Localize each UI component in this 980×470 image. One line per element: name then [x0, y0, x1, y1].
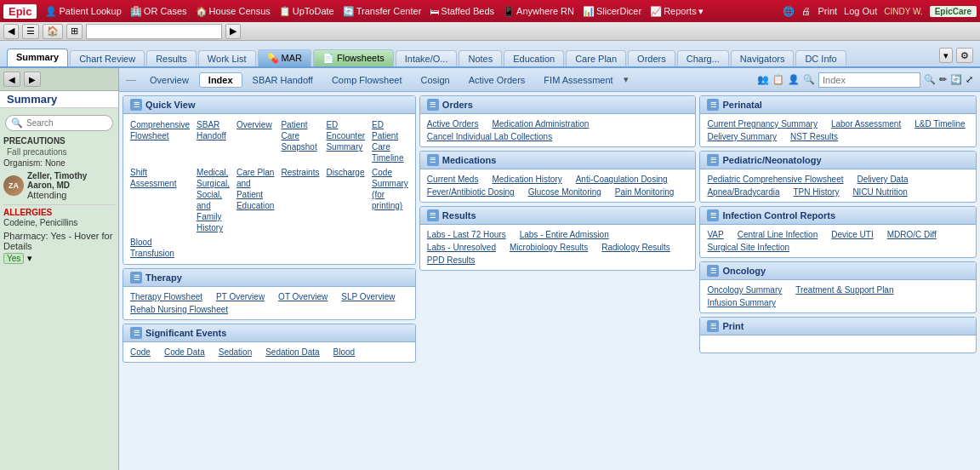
ped-link-apnea[interactable]: Apnea/Bradycardia — [707, 187, 779, 197]
se-link-code[interactable]: Code — [130, 347, 151, 357]
med-link-anticoag[interactable]: Anti-Coagulation Dosing — [576, 175, 668, 184]
res-link-radiology[interactable]: Radiology Results — [601, 243, 670, 252]
logout-label[interactable]: Log Out — [844, 6, 877, 16]
ped-link-delivery-data[interactable]: Delivery Data — [858, 175, 909, 184]
subtab-active-orders[interactable]: Active Orders — [460, 73, 534, 87]
se-link-code-data[interactable]: Code Data — [164, 347, 205, 357]
ped-link-nicu[interactable]: NICU Nutrition — [852, 187, 907, 197]
subtab-overview[interactable]: Overview — [141, 73, 197, 87]
res-link-labs-unresolved[interactable]: Labs - Unresolved — [427, 243, 496, 252]
ped-link-comp-flowsheet[interactable]: Pediatric Comprehensive Flowsheet — [707, 175, 843, 184]
therapy-link-ot[interactable]: OT Overview — [278, 292, 328, 301]
per-link-ld-timeline[interactable]: L&D Timeline — [914, 119, 965, 129]
res-link-labs-entire[interactable]: Labs - Entire Admission — [520, 230, 609, 239]
list-button[interactable]: ☰ — [22, 24, 39, 39]
therapy-link-flowsheet[interactable]: Therapy Flowsheet — [130, 292, 202, 301]
expand-icon[interactable]: ⤢ — [966, 74, 973, 85]
orders-link-active[interactable]: Active Orders — [427, 119, 479, 129]
sidebar-search-bar[interactable]: 🔍 — [5, 115, 113, 131]
qv-link-discharge[interactable]: Discharge — [326, 167, 365, 233]
nav-forward-arrow[interactable]: ▶ — [24, 72, 41, 87]
se-link-sedation[interactable]: Sedation — [219, 347, 252, 357]
qv-link-shift-assessment[interactable]: Shift Assessment — [130, 167, 190, 233]
qv-link-sbar[interactable]: SBAR Handoff — [197, 119, 230, 163]
per-link-nst[interactable]: NST Results — [790, 132, 838, 141]
tab-chart-review[interactable]: Chart Review — [70, 50, 145, 66]
dropdown-arrow[interactable]: ▾ — [27, 253, 32, 264]
sidebar-search-input[interactable] — [26, 118, 86, 128]
nav-reports[interactable]: 📈 Reports ▾ — [647, 6, 707, 17]
therapy-link-pt[interactable]: PT Overview — [216, 292, 265, 301]
per-link-labor[interactable]: Labor Assessment — [831, 119, 901, 129]
therapy-link-slp[interactable]: SLP Overview — [341, 292, 395, 301]
tab-summary[interactable]: Summary — [7, 49, 68, 66]
nav-back-arrow[interactable]: ◀ — [3, 72, 20, 87]
tab-charg[interactable]: Charg... — [677, 50, 729, 66]
tab-intake[interactable]: Intake/O... — [396, 50, 458, 66]
therapy-link-rehab[interactable]: Rehab Nursing Flowsheet — [130, 305, 228, 314]
nav-staffed-beds[interactable]: 🛏 Staffed Beds — [426, 6, 498, 16]
back-button[interactable]: ◀ — [3, 24, 19, 39]
tab-care-plan[interactable]: Care Plan — [566, 50, 626, 66]
subtab-sbar[interactable]: SBAR Handoff — [244, 73, 322, 87]
onc-link-summary[interactable]: Oncology Summary — [707, 285, 782, 295]
subtab-fim[interactable]: FIM Assessment — [535, 73, 621, 87]
search-go-button[interactable]: ▶ — [225, 24, 241, 39]
tab-notes[interactable]: Notes — [459, 50, 502, 66]
qv-link-ed-timeline[interactable]: ED Patient Care Timeline — [372, 119, 408, 163]
res-link-labs72[interactable]: Labs - Last 72 Hours — [427, 230, 506, 239]
home-button[interactable]: 🏠 — [43, 24, 63, 39]
res-link-micro[interactable]: Microbiology Results — [510, 243, 588, 252]
ic-link-surgical[interactable]: Surgical Site Infection — [707, 243, 789, 252]
tab-orders[interactable]: Orders — [628, 50, 675, 66]
tab-settings-button[interactable]: ⚙ — [956, 48, 973, 63]
subtab-index[interactable]: Index — [199, 72, 242, 88]
pencil-icon[interactable]: ✏ — [939, 74, 947, 85]
ic-link-central-line[interactable]: Central Line Infection — [738, 230, 818, 239]
refresh-icon[interactable]: 🔄 — [950, 74, 962, 85]
qv-link-med-surgical[interactable]: Medical, Surgical, Social, and Family Hi… — [197, 167, 230, 233]
tab-mar[interactable]: 💊 MAR — [258, 49, 312, 66]
printer-icon[interactable]: 🖨 — [801, 6, 811, 16]
tab-results[interactable]: Results — [146, 50, 197, 66]
tab-navigators[interactable]: Navigators — [731, 50, 795, 66]
nav-anywhere-rn[interactable]: 📱 Anywhere RN — [499, 6, 578, 17]
qv-link-blood[interactable]: Blood Transfusion — [130, 237, 190, 259]
ic-link-mdro[interactable]: MDRO/C Diff — [887, 230, 937, 239]
nav-patient-lookup[interactable]: 👤 Patient Lookup — [42, 6, 124, 17]
grid-button[interactable]: ⊞ — [66, 24, 83, 39]
search-go-icon[interactable]: 🔍 — [924, 74, 936, 85]
qv-link-ed-encounter[interactable]: ED Encounter Summary — [326, 119, 365, 163]
qv-link-code-summary[interactable]: Code Summary (for printing) — [372, 167, 408, 233]
se-link-sedation-data[interactable]: Sedation Data — [265, 347, 319, 357]
orders-link-med-admin[interactable]: Medication Administration — [492, 119, 589, 129]
ic-link-device-uti[interactable]: Device UTI — [831, 230, 873, 239]
qv-link-patient-snapshot[interactable]: Patient Care Snapshot — [281, 119, 319, 163]
toolbar-search-input[interactable] — [86, 24, 222, 39]
qv-link-care-plan[interactable]: Care Plan and Patient Education — [236, 167, 274, 233]
sub-tab-search-input[interactable] — [818, 72, 920, 88]
med-link-glucose[interactable]: Glucose Monitoring — [528, 187, 601, 197]
epic-logo[interactable]: Epic — [3, 4, 37, 19]
print-label[interactable]: Print — [818, 6, 837, 16]
tab-work-list[interactable]: Work List — [198, 50, 256, 66]
fim-dropdown-icon[interactable]: ▾ — [624, 74, 629, 85]
med-link-history[interactable]: Medication History — [492, 175, 561, 184]
yes-badge[interactable]: Yes — [3, 253, 24, 264]
ic-link-vap[interactable]: VAP — [707, 230, 723, 239]
qv-link-restraints[interactable]: Restraints — [281, 167, 319, 233]
orders-link-cancel[interactable]: Cancel Individual Lab Collections — [427, 132, 552, 141]
per-link-delivery[interactable]: Delivery Summary — [707, 132, 777, 141]
subtab-comp-flowsheet[interactable]: Comp Flowsheet — [323, 73, 411, 87]
tab-flowsheets[interactable]: 📄 Flowsheets — [313, 49, 394, 66]
tab-more-button[interactable]: ▾ — [939, 48, 953, 63]
tab-dc-info[interactable]: DC Info — [795, 50, 846, 66]
med-link-pain[interactable]: Pain Monitoring — [615, 187, 674, 197]
tab-education[interactable]: Education — [504, 50, 564, 66]
qv-link-overview[interactable]: Overview — [236, 119, 274, 163]
qv-link-comprehensive[interactable]: Comprehensive Flowsheet — [130, 119, 190, 163]
se-link-blood[interactable]: Blood — [333, 347, 356, 357]
epiccare-button[interactable]: EpicCare — [930, 6, 977, 17]
nav-transfer-center[interactable]: 🔄 Transfer Center — [339, 6, 425, 17]
onc-link-infusion[interactable]: Infusion Summary — [707, 298, 776, 307]
